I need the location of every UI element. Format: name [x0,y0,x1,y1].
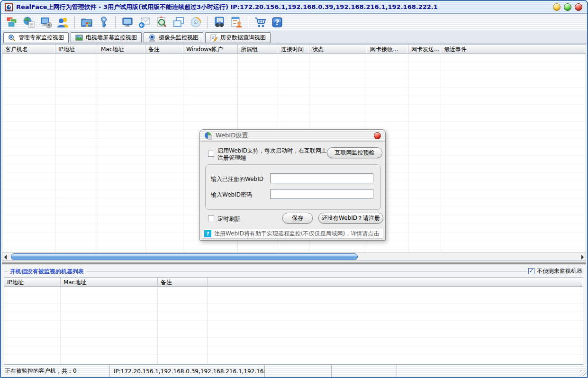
no-detect-checkbox-group[interactable]: 不侦测未监视机器 [527,267,583,275]
copy-windows-icon [172,16,185,28]
screen-wall-icon [75,34,83,42]
toolbar-separator [207,16,208,29]
dialog-globe-icon [204,132,212,140]
unmonitored-panel: 开机但没有被监视的机器列表 不侦测未监视机器 IP地址 Mac地址 备注 [2,265,586,366]
column-header-ip[interactable]: IP地址 [55,45,98,53]
toolbar-address-book-button[interactable] [212,16,226,29]
horizontal-scrollbar[interactable] [2,252,586,261]
toolbar-separator [74,16,75,29]
key-icon [98,16,110,28]
tab-history-query-view[interactable]: 历史数据查询视图 [205,32,271,43]
view-tabs: 管理专家监控视图 电视墙屏幕监控视图 摄像头监控视图 历史 [1,31,587,44]
tab-expert-monitor-view[interactable]: 管理专家监控视图 [3,32,69,43]
toolbar-mail-reply-button[interactable] [137,16,151,29]
dialog-title-bar: WebID设置 [200,130,385,142]
app-window: RealFace上网行为管理软件 - 3用户试用版(试用版不能连续超过3小时运行… [0,0,588,378]
column-header-mac[interactable]: Mac地址 [61,278,158,286]
status-panel-empty [332,365,397,377]
webid-password-input[interactable] [270,189,373,199]
timed-refresh-label: 定时刷新 [217,215,240,223]
help-icon: ? [271,16,283,28]
question-icon: ? [204,230,211,237]
column-header-recent-event[interactable]: 最近事件 [441,45,586,53]
enable-webid-checkbox[interactable] [208,151,214,157]
toolbar-folder-blocks-button[interactable] [80,16,93,29]
column-header-group[interactable]: 所属组 [238,45,278,53]
internet-precheck-button[interactable]: 互联网监控预检 [327,147,382,158]
webid-input[interactable] [270,173,373,183]
toolbar-key-button[interactable] [97,16,110,29]
save-button[interactable]: 保存 [282,213,313,224]
status-ip-list: IP:172.20.156.1,192.168.0.39,192.168.216… [110,365,265,377]
webid-settings-dialog: WebID设置 启用WebID支持，每次启动时，在互联网上注册管理端 互联网监控… [199,129,386,241]
monitor-settings-icon [40,16,52,28]
disc-icon [190,16,202,28]
toolbar-users-button[interactable] [56,16,70,29]
toolbar-screen-button[interactable] [120,16,134,29]
column-header-remark[interactable]: 备注 [158,278,208,286]
toolbar-globe-list-button[interactable] [22,16,36,29]
title-bar: RealFace上网行为管理软件 - 3用户试用版(试用版不能连续超过3小时运行… [1,1,587,14]
close-button[interactable] [575,3,582,11]
search-document-icon [155,16,168,28]
webid-group-box [205,164,381,210]
unmonitored-table-body [4,287,583,364]
status-bar: 正在被监控的客户机，共：0 IP:172.20.156.1,192.168.0.… [1,365,587,377]
camera-icon [148,34,156,42]
app-logo-icon [5,3,13,11]
column-header-nic-recv[interactable]: 网卡接收... [367,45,408,53]
toolbar-disc-button[interactable] [189,16,202,29]
dialog-help-text: 注册WebID将有助于实现远程监控(不仅仅是局域网)，详情请点击 [214,230,379,238]
cart-icon [254,16,266,28]
status-panel-empty [265,365,332,377]
toolbar-copy-windows-button[interactable] [172,16,185,29]
tab-tv-wall-view[interactable]: 电视墙屏幕监控视图 [71,32,142,43]
toolbar-monitor-settings-button[interactable] [39,16,53,29]
toolbar-help-button[interactable]: ? [270,16,284,29]
toolbar-separator [115,16,116,29]
column-header-remark[interactable]: 备注 [145,45,183,53]
column-header-client-name[interactable]: 客户机名 [2,45,55,53]
user-list-icon [230,16,243,28]
webid-input-label: 输入已注册的WebID [211,175,263,183]
unmonitored-table-header: IP地址 Mac地址 备注 [4,278,583,287]
tab-label: 电视墙屏幕监控视图 [86,34,137,42]
tab-label: 摄像头监控视图 [159,34,199,42]
toolbar-search-document-button[interactable] [154,16,168,29]
panel-splitter[interactable] [2,261,586,265]
no-detect-checkbox-label: 不侦测未监视机器 [537,267,582,275]
no-detect-checkbox[interactable] [528,268,534,274]
webid-password-label: 输入WebID密码 [211,191,252,199]
toolbar-separator [248,16,248,29]
toolbar: ? [1,14,587,31]
column-header-ip[interactable]: IP地址 [4,278,61,286]
tab-camera-view[interactable]: 摄像头监控视图 [144,32,203,43]
client-table-header: 客户机名 IP地址 Mac地址 备注 Windows帐户 所属组 连接时间 状态… [2,45,586,54]
toolbar-user-list-button[interactable] [229,16,243,29]
status-panel-empty [397,365,587,377]
resize-grip[interactable] [580,370,586,376]
status-monitored-count: 正在被监控的客户机，共：0 [1,365,110,377]
timed-refresh-checkbox[interactable] [208,215,214,221]
scroll-left-arrow[interactable] [4,255,7,260]
dialog-close-button[interactable] [374,132,381,139]
tab-label: 历史数据查询视图 [220,34,266,42]
register-webid-button[interactable]: 还没有WebID？请注册 [318,213,383,224]
column-header-windows-account[interactable]: Windows帐户 [183,45,238,53]
unmonitored-list-title: 开机但没有被监视的机器列表 [8,268,86,276]
column-header-status[interactable]: 状态 [309,45,367,53]
scroll-right-arrow[interactable] [581,255,584,260]
maximize-button[interactable] [564,3,571,11]
globe-list-icon [23,16,35,28]
windows-layers-icon [6,16,18,28]
minimize-button[interactable] [553,3,561,11]
scrollbar-thumb[interactable] [11,253,358,260]
toolbar-windows-layers-button[interactable] [5,16,18,29]
toolbar-cart-button[interactable] [253,16,267,29]
unmonitored-table: IP地址 Mac地址 备注 [4,277,583,365]
tab-label: 管理专家监控视图 [18,34,64,42]
column-header-connect-time[interactable]: 连接时间 [278,45,309,53]
dialog-help-bar[interactable]: ? 注册WebID将有助于实现远程监控(不仅仅是局域网)，详情请点击 [202,229,383,239]
column-header-mac[interactable]: Mac地址 [98,45,145,53]
column-header-nic-send[interactable]: 网卡发送... [408,45,441,53]
